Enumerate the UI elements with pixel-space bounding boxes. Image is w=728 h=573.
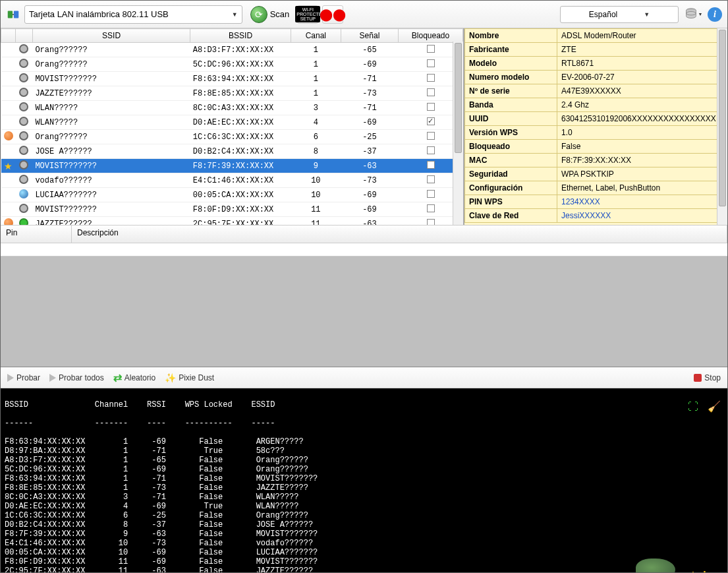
table-row[interactable]: WLAN?????D0:AE:EC:XX:XX:XX4-69 xyxy=(1,115,463,130)
pixie-dust-button[interactable]: ✨ Pixie Dust xyxy=(165,373,214,383)
dropdown-arrow-icon: ▼ xyxy=(232,11,238,18)
detail-key: Modelo xyxy=(465,57,557,71)
pin-table-body[interactable] xyxy=(1,243,727,256)
table-row[interactable]: vodafo??????E4:C1:46:XX:XX:XX10-73 xyxy=(1,173,463,188)
svg-rect-1 xyxy=(14,11,18,18)
blocked-checkbox[interactable] xyxy=(427,117,435,125)
col-status[interactable] xyxy=(1,29,16,43)
detail-value: ADSL Modem/Router xyxy=(557,29,727,43)
table-row[interactable]: LUCIAA???????00:05:CA:XX:XX:XX10-69 xyxy=(1,188,463,202)
globe-icon xyxy=(19,189,28,198)
cell-canal: 8 xyxy=(291,144,341,159)
detail-value[interactable]: JessiXXXXXX xyxy=(557,209,727,223)
details-scrollbar[interactable] xyxy=(717,28,727,225)
terminal-line: D8:97:BA:XX:XX:XX 1 -71 True 58c??? xyxy=(5,446,723,456)
terminal-output[interactable]: BSSID Channel RSSI WPS Locked ESSID ----… xyxy=(1,388,727,573)
main-toolbar: Tarjeta LAN inalámbrica 802.11 USB ▼ ⟳ S… xyxy=(1,1,727,28)
detail-value: EV-2006-07-27 xyxy=(557,71,727,84)
detail-value[interactable]: 1234XXXX xyxy=(557,195,727,209)
blocked-checkbox[interactable] xyxy=(427,45,435,53)
table-row[interactable]: WLAN?????8C:0C:A3:XX:XX:XX3-71 xyxy=(1,101,463,115)
detail-key: Seguridad xyxy=(465,167,557,181)
blocked-checkbox[interactable] xyxy=(427,59,435,67)
col-bssid[interactable]: BSSID xyxy=(190,29,291,43)
stop-button[interactable]: Stop xyxy=(694,373,721,382)
cell-canal: 11 xyxy=(291,217,341,226)
scan-icon: ⟳ xyxy=(250,6,267,23)
cell-bssid: E4:C1:46:XX:XX:XX xyxy=(190,173,291,188)
cell-senal: -65 xyxy=(341,43,398,57)
table-row[interactable]: Orang??????5C:DC:96:XX:XX:XX1-69 xyxy=(1,57,463,72)
cell-ssid: WLAN????? xyxy=(32,115,190,130)
probar-todos-button[interactable]: Probar todos xyxy=(49,373,104,382)
terminal-line: D0:AE:EC:XX:XX:XX 4 -69 True WLAN????? xyxy=(5,502,723,511)
cell-senal: -69 xyxy=(341,57,398,72)
terminal-line: 2C:95:7F:XX:XX:XX 11 -63 False JAZZTE???… xyxy=(5,566,723,573)
signal-icon xyxy=(19,88,28,97)
fullscreen-icon[interactable]: ⛶ xyxy=(688,403,698,412)
detail-key: Banda xyxy=(465,98,557,112)
scan-label: Scan xyxy=(270,9,290,19)
blocked-checkbox[interactable] xyxy=(427,88,435,96)
detail-value: RTL8671 xyxy=(557,57,727,71)
table-row[interactable]: JAZZTE??????F8:8E:85:XX:XX:XX1-73 xyxy=(1,86,463,101)
language-dropdown[interactable]: Español ▼ xyxy=(560,6,679,23)
detail-key: UUID xyxy=(465,112,557,126)
cell-bssid: F8:63:94:XX:XX:XX xyxy=(190,72,291,86)
cell-ssid: WLAN????? xyxy=(32,101,190,115)
col-ssid[interactable]: SSID xyxy=(32,29,190,43)
network-table[interactable]: SSID BSSID Canal Señal Bloqueado Orang??… xyxy=(1,28,463,225)
network-scrollbar[interactable] xyxy=(453,42,463,225)
detail-key: Nº de serie xyxy=(465,84,557,98)
pin-header[interactable]: Pin xyxy=(1,226,72,243)
detail-value: 1.0 xyxy=(557,126,727,140)
blocked-checkbox[interactable] xyxy=(427,204,435,212)
cell-bssid: A8:D3:F7:XX:XX:XX xyxy=(190,43,291,57)
detail-row: Nº de serieA47E39XXXXXX xyxy=(465,84,727,98)
cell-ssid: MOVIST??????? xyxy=(32,72,190,86)
table-row[interactable]: ★MOVIST???????F8:7F:39:XX:XX:XX9-63 xyxy=(1,159,463,173)
terminal-line: 1C:C6:3C:XX:XX:XX 6 -25 False Orang?????… xyxy=(5,511,723,520)
table-row[interactable]: Orang??????1C:C6:3C:XX:XX:XX6-25 xyxy=(1,130,463,144)
desc-header[interactable]: Descripción xyxy=(72,226,727,243)
blocked-checkbox[interactable] xyxy=(427,74,435,82)
cell-bssid: F8:0F:D9:XX:XX:XX xyxy=(190,202,291,217)
adapter-dropdown[interactable]: Tarjeta LAN inalámbrica 802.11 USB ▼ xyxy=(24,5,242,24)
signal-icon xyxy=(19,117,28,126)
blocked-checkbox[interactable] xyxy=(427,146,435,154)
col-senal[interactable]: Señal xyxy=(341,29,398,43)
terminal-line: F8:63:94:XX:XX:XX 1 -71 False MOVIST????… xyxy=(5,474,723,483)
mask-button[interactable]: ⬤⬤ xyxy=(322,5,343,24)
wps-setup-button[interactable]: WI-FI PROTECTED SETUP xyxy=(297,5,318,24)
detail-key: Configuración xyxy=(465,181,557,195)
database-button[interactable]: ▼ xyxy=(683,5,704,24)
blocked-checkbox[interactable] xyxy=(427,161,435,169)
col-bloqueado[interactable]: Bloqueado xyxy=(399,29,463,43)
table-row[interactable]: MOVIST???????F8:0F:D9:XX:XX:XX11-69 xyxy=(1,202,463,217)
probar-button[interactable]: Probar xyxy=(7,373,40,382)
cell-canal: 1 xyxy=(291,43,341,57)
table-row[interactable]: MOVIST???????F8:63:94:XX:XX:XX1-71 xyxy=(1,72,463,86)
scan-button[interactable]: ⟳ Scan xyxy=(246,5,294,24)
detail-row: Banda2.4 Ghz xyxy=(465,98,727,112)
blocked-checkbox[interactable] xyxy=(427,175,435,183)
language-label: Español xyxy=(589,10,617,19)
cell-bssid: 5C:DC:96:XX:XX:XX xyxy=(190,57,291,72)
detail-row: UUID6304125310192006XXXXXXXXXXXXXXXX xyxy=(465,112,727,126)
blocked-checkbox[interactable] xyxy=(427,219,435,225)
col-signal-icon[interactable] xyxy=(15,29,32,43)
cell-bssid: F8:8E:85:XX:XX:XX xyxy=(190,86,291,101)
clear-icon[interactable]: 🧹 xyxy=(708,403,721,412)
aleatorio-button[interactable]: ⇄ Aleatorio xyxy=(113,371,155,384)
blocked-checkbox[interactable] xyxy=(427,190,435,198)
cell-bssid: 1C:C6:3C:XX:XX:XX xyxy=(190,130,291,144)
table-row[interactable]: Orang??????A8:D3:F7:XX:XX:XX1-65 xyxy=(1,43,463,57)
table-row[interactable]: JAZZTE??????2C:95:7F:XX:XX:XX11-63 xyxy=(1,217,463,226)
table-row[interactable]: JOSE A??????D0:B2:C4:XX:XX:XX8-37 xyxy=(1,144,463,159)
info-button[interactable]: i xyxy=(708,7,722,22)
blocked-checkbox[interactable] xyxy=(427,103,435,111)
dropdown-arrow-icon: ▼ xyxy=(698,12,703,16)
signal-icon xyxy=(19,44,28,53)
col-canal[interactable]: Canal xyxy=(291,29,341,43)
blocked-checkbox[interactable] xyxy=(427,132,435,140)
